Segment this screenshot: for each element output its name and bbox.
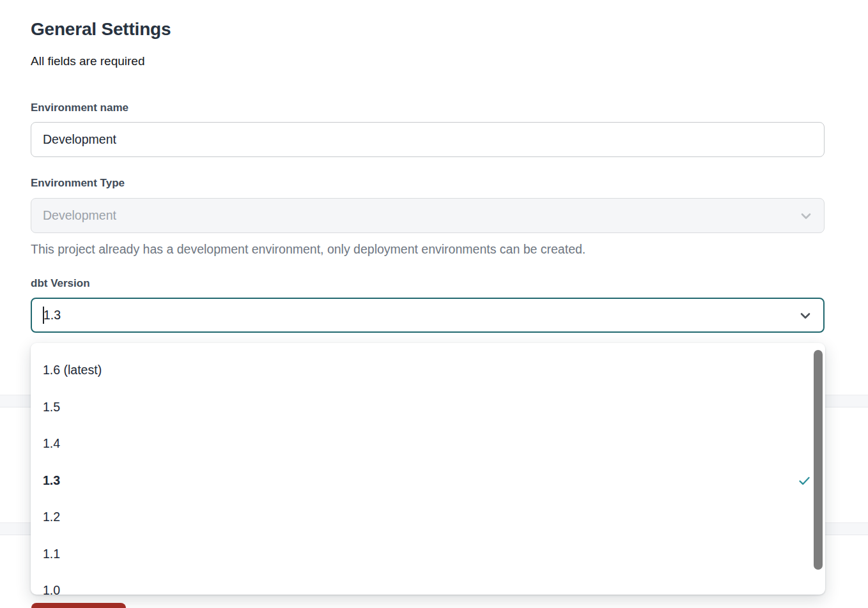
option-label: 1.1 (43, 547, 60, 561)
environment-name-input[interactable] (31, 122, 825, 157)
dropdown-option[interactable]: 1.6 (latest) (31, 352, 825, 389)
dbt-version-label: dbt Version (31, 277, 90, 290)
check-icon (798, 474, 811, 487)
dropdown-option[interactable]: 1.5 (31, 389, 825, 426)
dbt-version-dropdown: 1.6 (latest) 1.5 1.4 1.3 1.2 1.1 1.0 (31, 343, 825, 595)
dropdown-option[interactable]: 1.0 (31, 572, 825, 595)
dropdown-option[interactable]: 1.1 (31, 536, 825, 573)
option-label: 1.3 (43, 473, 60, 488)
dbt-version-combobox[interactable]: 1.3 (31, 298, 825, 333)
environment-name-label: Environment name (31, 102, 128, 114)
option-label: 1.5 (43, 400, 60, 414)
dropdown-option[interactable]: 1.4 (31, 425, 825, 462)
dropdown-option-selected[interactable]: 1.3 (31, 462, 825, 499)
dropdown-option[interactable]: 1.2 (31, 499, 825, 536)
option-label: 1.0 (43, 583, 60, 595)
environment-settings-page: General Settings All fields are required… (0, 0, 868, 608)
option-label: 1.2 (43, 510, 60, 524)
chevron-down-icon (798, 208, 814, 224)
option-label: 1.6 (latest) (43, 363, 102, 377)
environment-type-select: Development (31, 198, 825, 233)
page-title: General Settings (31, 19, 171, 40)
environment-type-helper-text: This project already has a development e… (31, 242, 585, 257)
dbt-version-value: 1.3 (43, 308, 61, 323)
option-label: 1.4 (43, 436, 60, 451)
page-subtitle: All fields are required (31, 54, 144, 68)
environment-type-label: Environment Type (31, 177, 125, 190)
chevron-down-icon[interactable] (798, 308, 813, 323)
dropdown-options-list: 1.6 (latest) 1.5 1.4 1.3 1.2 1.1 1.0 (31, 352, 825, 595)
dropdown-scrollbar-thumb[interactable] (814, 350, 823, 570)
environment-type-value: Development (43, 208, 116, 223)
danger-button[interactable] (31, 603, 126, 608)
